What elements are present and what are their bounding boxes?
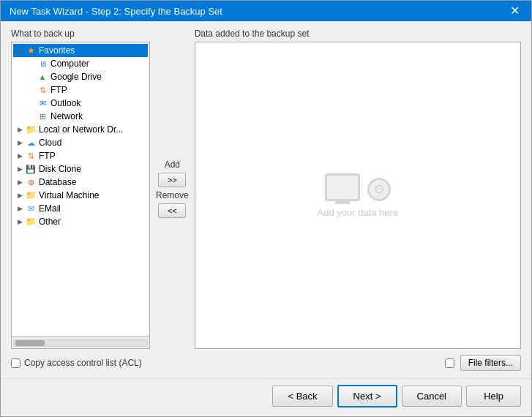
tree-item-icon: ★ (25, 45, 37, 56)
tree-item-label: Other (39, 217, 61, 227)
tree-item-icon: 💾 (25, 163, 37, 175)
tree-item-label: FTP (50, 85, 67, 95)
tree-item-label: Virtual Machine (39, 190, 100, 200)
dialog-title: New Task Wizard - Step 2: Specify the Ba… (10, 6, 222, 17)
tree-item[interactable]: ▶⊛Database (13, 176, 148, 189)
tree-expander[interactable] (26, 111, 37, 121)
tree-item-icon: ⊛ (25, 176, 37, 188)
tree-item-icon: ☁ (25, 137, 37, 149)
dialog-content: What to back up ▼★Favorites🖥Computer▲Goo… (1, 21, 531, 378)
tree-expander[interactable]: ▶ (15, 217, 25, 227)
tree-item[interactable]: ▶📁Virtual Machine (13, 189, 148, 202)
bottom-options: Copy access control list (ACL) File filt… (11, 355, 521, 371)
tree-item-icon: ⊞ (37, 110, 48, 122)
file-filters-button[interactable]: File filters... (460, 355, 521, 371)
right-panel-label: Data added to the backup set (195, 29, 521, 39)
tree-item[interactable]: ⊞Network (13, 110, 148, 123)
close-button[interactable]: ✕ (507, 5, 522, 17)
tree-item-label: EMail (39, 203, 61, 214)
tree-container[interactable]: ▼★Favorites🖥Computer▲Google Drive⇅FTP✉Ou… (11, 42, 150, 337)
dialog-window: New Task Wizard - Step 2: Specify the Ba… (0, 0, 532, 417)
tree-item-label: Disk Clone (39, 164, 81, 174)
scrollbar-track (13, 339, 148, 347)
help-button[interactable]: Help (466, 386, 521, 407)
tree-item[interactable]: ▶📁Other (13, 215, 148, 228)
back-button[interactable]: < Back (272, 386, 332, 407)
cancel-button[interactable]: Cancel (402, 386, 462, 407)
tree-item-icon: ⇅ (25, 150, 37, 162)
left-panel: What to back up ▼★Favorites🖥Computer▲Goo… (11, 29, 150, 349)
add-label: Add (165, 159, 180, 170)
tree-expander[interactable] (26, 98, 37, 108)
tree-item[interactable]: ▲Google Drive (13, 70, 148, 83)
remove-label: Remove (156, 190, 189, 200)
tree-item-icon: 📁 (25, 124, 37, 135)
tree-item[interactable]: ▶⇅FTP (13, 149, 148, 162)
acl-checkbox-area: Copy access control list (ACL) (11, 358, 439, 368)
tree-item-label: Cloud (39, 138, 61, 148)
tree-expander[interactable] (26, 59, 37, 69)
right-panel: Data added to the backup set ⚙ Add your … (195, 29, 521, 349)
tree-item-label: Network (50, 111, 83, 121)
tree-item[interactable]: ▶💾Disk Clone (13, 162, 148, 176)
monitor-icon (325, 173, 360, 201)
tree-item-icon: 📁 (25, 189, 37, 201)
middle-buttons: Add >> Remove << (150, 29, 195, 349)
tree-item-label: Google Drive (50, 72, 102, 82)
tree-expander[interactable] (26, 85, 37, 95)
tree-item-label: FTP (39, 151, 56, 161)
tree-expander[interactable]: ▶ (15, 151, 25, 161)
acl-checkbox[interactable] (11, 358, 20, 368)
tree-item-label: Outlook (50, 98, 80, 108)
tree-expander[interactable]: ▼ (15, 45, 25, 56)
tree-expander[interactable]: ▶ (15, 203, 25, 214)
tree-item-label: Computer (50, 59, 89, 69)
dialog-footer: < Back Next > Cancel Help (1, 378, 531, 416)
tree-item-label: Database (39, 177, 76, 187)
tree-item-icon: ✉ (37, 97, 48, 109)
tree-expander[interactable]: ▶ (15, 138, 25, 148)
acl-label: Copy access control list (ACL) (24, 358, 142, 368)
tree-item[interactable]: ⇅FTP (13, 83, 148, 97)
tree-item[interactable]: ✉Outlook (13, 97, 148, 110)
drop-area-content: ⚙ Add your data here (318, 173, 399, 218)
tree-item-icon: ▲ (37, 71, 48, 83)
title-bar: New Task Wizard - Step 2: Specify the Ba… (1, 1, 531, 21)
extra-checkbox[interactable] (445, 358, 454, 368)
tree-item[interactable]: ▶📁Local or Network Dr... (13, 123, 148, 136)
tree-expander[interactable]: ▶ (15, 177, 25, 187)
main-area: What to back up ▼★Favorites🖥Computer▲Goo… (11, 29, 521, 349)
tree-expander[interactable]: ▶ (15, 190, 25, 200)
drop-area[interactable]: ⚙ Add your data here (195, 42, 521, 349)
tree-item-icon: 🖥 (37, 58, 48, 70)
tree-item-icon: ✉ (25, 203, 37, 214)
tree-expander[interactable]: ▶ (15, 164, 25, 174)
left-panel-label: What to back up (11, 29, 150, 39)
tree-item-icon: ⇅ (37, 84, 48, 96)
tree-item-label: Local or Network Dr... (39, 124, 123, 135)
tree-item-icon: 📁 (25, 216, 37, 228)
drop-area-icons: ⚙ (325, 173, 391, 201)
tree-item[interactable]: ▶✉EMail (13, 202, 148, 215)
drop-text: Add your data here (318, 207, 399, 218)
tree-item[interactable]: ▼★Favorites (13, 44, 148, 57)
next-button[interactable]: Next > (337, 385, 397, 407)
tree-item[interactable]: ▶☁Cloud (13, 136, 148, 149)
remove-button[interactable]: << (158, 203, 186, 218)
tree-expander[interactable] (26, 72, 37, 82)
gear-icon: ⚙ (367, 178, 391, 201)
tree-item[interactable]: 🖥Computer (13, 57, 148, 70)
add-button[interactable]: >> (158, 173, 186, 187)
tree-expander[interactable]: ▶ (15, 124, 25, 135)
tree-item-label: Favorites (39, 45, 75, 56)
horizontal-scrollbar[interactable] (11, 337, 150, 349)
scrollbar-thumb (15, 340, 45, 346)
